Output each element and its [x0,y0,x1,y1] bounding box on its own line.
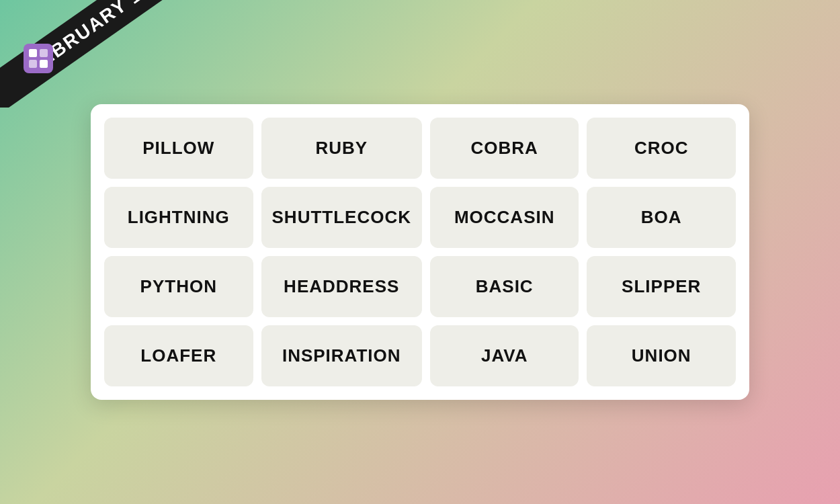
cell-label-boa: BOA [641,207,682,228]
grid-cell-slipper[interactable]: SLIPPER [587,256,736,317]
grid-cell-python[interactable]: PYTHON [104,256,253,317]
word-grid: PILLOWRUBYCOBRACROCLIGHTNINGSHUTTLECOCKM… [104,118,736,386]
app-icon [24,44,53,73]
grid-cell-lightning[interactable]: LIGHTNING [104,187,253,248]
corner-banner: FEBRUARY 16 [0,0,215,108]
cell-label-basic: BASIC [476,276,534,297]
cell-label-shuttlecock: SHUTTLECOCK [272,207,411,228]
cell-label-pillow: PILLOW [142,138,214,159]
grid-cell-ruby[interactable]: RUBY [261,118,422,179]
cell-label-headdress: HEADDRESS [284,276,399,297]
grid-cell-headdress[interactable]: HEADDRESS [261,256,422,317]
main-card: PILLOWRUBYCOBRACROCLIGHTNINGSHUTTLECOCKM… [91,104,749,400]
grid-cell-union[interactable]: UNION [587,325,736,386]
cell-label-inspiration: INSPIRATION [282,345,401,366]
grid-cell-cobra[interactable]: COBRA [430,118,579,179]
cell-label-union: UNION [632,345,691,366]
grid-cell-inspiration[interactable]: INSPIRATION [261,325,422,386]
cell-label-moccasin: MOCCASIN [454,207,555,228]
cell-label-ruby: RUBY [315,138,368,159]
cell-label-cobra: COBRA [471,138,538,159]
svg-rect-1 [40,49,48,57]
grid-cell-boa[interactable]: BOA [587,187,736,248]
grid-cell-pillow[interactable]: PILLOW [104,118,253,179]
grid-cell-moccasin[interactable]: MOCCASIN [430,187,579,248]
cell-label-croc: CROC [634,138,689,159]
grid-cell-shuttlecock[interactable]: SHUTTLECOCK [261,187,422,248]
cell-label-python: PYTHON [140,276,217,297]
cell-label-slipper: SLIPPER [622,276,701,297]
svg-rect-3 [40,60,48,68]
svg-rect-0 [29,49,37,57]
grid-cell-basic[interactable]: BASIC [430,256,579,317]
svg-rect-2 [29,60,37,68]
cell-label-loafer: LOAFER [140,345,216,366]
grid-cell-croc[interactable]: CROC [587,118,736,179]
grid-cell-loafer[interactable]: LOAFER [104,325,253,386]
cell-label-java: JAVA [481,345,528,366]
cell-label-lightning: LIGHTNING [128,207,230,228]
grid-cell-java[interactable]: JAVA [430,325,579,386]
